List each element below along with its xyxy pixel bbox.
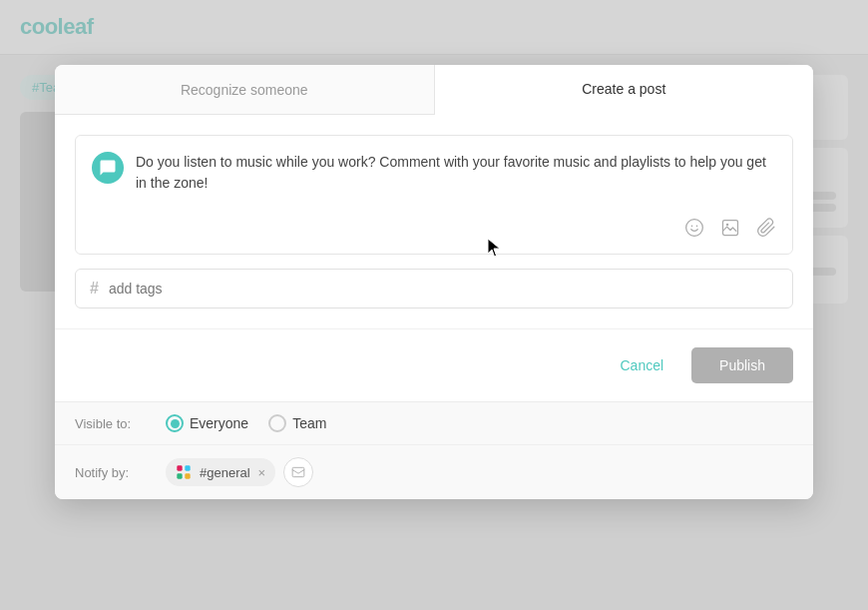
notify-by-row: Notify by: #general × [55, 445, 813, 499]
create-post-modal: Recognize someone Create a post Do you l… [55, 65, 813, 499]
tab-recognize-someone[interactable]: Recognize someone [55, 65, 435, 114]
modal-overlay: Recognize someone Create a post Do you l… [0, 0, 868, 610]
emoji-icon [684, 218, 704, 238]
slack-icon [174, 462, 194, 482]
email-icon [291, 465, 305, 479]
notify-chip-close-button[interactable]: × [258, 465, 266, 480]
notify-email-button[interactable] [283, 457, 313, 487]
radio-everyone-circle [166, 414, 184, 432]
svg-rect-3 [723, 221, 738, 236]
prompt-action-bar [680, 214, 780, 242]
tags-input[interactable] [109, 281, 778, 297]
radio-team-label: Team [292, 415, 326, 431]
modal-body: Do you listen to music while you work? C… [55, 115, 813, 328]
radio-everyone-label: Everyone [190, 415, 248, 431]
attachment-button[interactable] [752, 214, 780, 242]
svg-point-2 [696, 226, 698, 228]
svg-rect-7 [177, 473, 182, 478]
notify-channel-name: #general [200, 465, 250, 480]
radio-team-circle [268, 414, 286, 432]
emoji-button[interactable] [680, 214, 708, 242]
attachment-icon [756, 218, 776, 238]
visible-to-label: Visible to: [75, 416, 150, 431]
prompt-text: Do you listen to music while you work? C… [136, 152, 776, 194]
notify-by-label: Notify by: [75, 465, 150, 480]
modal-footer: Visible to: Everyone Team Notify by: [55, 401, 813, 499]
modal-tab-bar: Recognize someone Create a post [55, 65, 813, 115]
publish-button[interactable]: Publish [691, 347, 793, 383]
visibility-radio-group: Everyone Team [166, 414, 326, 432]
post-prompt-area[interactable]: Do you listen to music while you work? C… [75, 135, 793, 255]
svg-point-4 [726, 224, 729, 227]
tags-input-row: # [75, 269, 793, 308]
visible-to-row: Visible to: Everyone Team [55, 402, 813, 445]
radio-team[interactable]: Team [268, 414, 326, 432]
hash-icon: # [90, 280, 99, 298]
svg-point-1 [691, 226, 693, 228]
image-icon [720, 218, 740, 238]
svg-point-0 [686, 220, 703, 237]
radio-everyone[interactable]: Everyone [166, 414, 248, 432]
image-button[interactable] [716, 214, 744, 242]
modal-action-row: Cancel Publish [55, 328, 813, 401]
svg-rect-5 [177, 465, 182, 470]
chat-icon [99, 159, 117, 177]
svg-rect-9 [292, 467, 304, 476]
prompt-icon [92, 152, 124, 184]
cancel-button[interactable]: Cancel [604, 347, 679, 383]
svg-rect-8 [185, 473, 190, 478]
tab-create-post[interactable]: Create a post [435, 65, 814, 115]
svg-rect-6 [185, 465, 190, 470]
notify-channel-chip: #general × [166, 458, 275, 486]
